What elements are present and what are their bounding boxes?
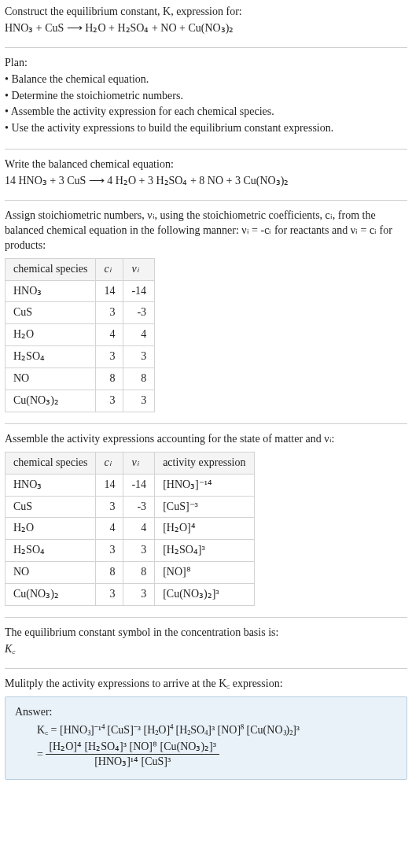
col-species: chemical species [6,258,96,280]
cell-vi: 3 [123,540,155,562]
cell-species: Cu(NO₃)₂ [6,584,96,606]
table-row: CuS 3 -3 [6,302,155,324]
table-row: H₂O 4 4 [6,324,155,346]
col-species: chemical species [6,452,96,474]
cell-ci: 3 [96,584,123,606]
balanced-heading: Write the balanced chemical equation: [5,157,407,172]
cell-vi: 4 [123,518,155,540]
table-row: HNO₃ 14 -14 [6,280,155,302]
cell-ci: 3 [96,496,123,518]
kc-expression-line1: K꜀ = [HNO₃]⁻¹⁴ [CuS]⁻³ [H₂O]⁴ [H₂SO₄]³ [… [37,723,397,738]
plan-heading: Plan: [5,56,407,71]
plan-bullet-4: • Use the activity expressions to build … [5,121,407,136]
question-text: Construct the equilibrium constant, K, e… [5,6,242,17]
col-vi: νᵢ [123,452,155,474]
col-vi: νᵢ [123,258,155,280]
table-header-row: chemical species cᵢ νᵢ [6,258,155,280]
cell-species: H₂SO₄ [6,540,96,562]
cell-species: NO [6,368,96,390]
table-row: HNO₃ 14 -14 [HNO₃]⁻¹⁴ [6,474,255,496]
page-root: Construct the equilibrium constant, K, e… [0,0,412,802]
col-ci: cᵢ [96,452,123,474]
kc-expression-line2: = [H₂O]⁴ [H₂SO₄]³ [NO]⁸ [Cu(NO₃)₂]³ [HNO… [37,740,397,770]
cell-species: H₂O [6,324,96,346]
cell-species: H₂SO₄ [6,346,96,368]
kc-intro: The equilibrium constant symbol in the c… [5,626,407,641]
cell-species: H₂O [6,518,96,540]
cell-ci: 8 [96,368,123,390]
table-row: CuS 3 -3 [CuS]⁻³ [6,496,255,518]
cell-activity: [H₂O]⁴ [155,518,254,540]
section-plan: Plan: • Balance the chemical equation. •… [5,48,407,150]
cell-ci: 14 [96,474,123,496]
table-row: Cu(NO₃)₂ 3 3 [Cu(NO₃)₂]³ [6,584,255,606]
cell-species: HNO₃ [6,280,96,302]
table-row: H₂O 4 4 [H₂O]⁴ [6,518,255,540]
activity-intro: Assemble the activity expressions accoun… [5,432,407,447]
kc-fraction: [H₂O]⁴ [H₂SO₄]³ [NO]⁸ [Cu(NO₃)₂]³ [HNO₃]… [46,740,219,770]
section-kc-symbol: The equilibrium constant symbol in the c… [5,618,407,669]
section-question: Construct the equilibrium constant, K, e… [5,5,407,48]
cell-ci: 4 [96,324,123,346]
stoich-intro: Assign stoichiometric numbers, νᵢ, using… [5,209,407,253]
answer-body: K꜀ = [HNO₃]⁻¹⁴ [CuS]⁻³ [H₂O]⁴ [H₂SO₄]³ [… [15,723,397,770]
balanced-equation: 14 HNO₃ + 3 CuS ⟶ 4 H₂O + 3 H₂SO₄ + 8 NO… [5,174,407,189]
kc-numerator: [H₂O]⁴ [H₂SO₄]³ [NO]⁸ [Cu(NO₃)₂]³ [46,740,219,755]
table-row: NO 8 8 [NO]⁸ [6,562,255,584]
col-activity: activity expression [155,452,254,474]
stoich-table: chemical species cᵢ νᵢ HNO₃ 14 -14 CuS 3… [5,258,155,412]
cell-vi: 4 [123,324,155,346]
cell-vi: -3 [123,496,155,518]
section-balanced: Write the balanced chemical equation: 14… [5,150,407,201]
section-stoich: Assign stoichiometric numbers, νᵢ, using… [5,201,407,424]
final-intro: Mulitply the activity expressions to arr… [5,677,407,692]
col-ci: cᵢ [96,258,123,280]
table-row: H₂SO₄ 3 3 [6,346,155,368]
cell-vi: 3 [123,390,155,412]
cell-activity: [H₂SO₄]³ [155,540,254,562]
cell-ci: 4 [96,518,123,540]
cell-activity: [Cu(NO₃)₂]³ [155,584,254,606]
cell-vi: -14 [123,474,155,496]
activity-table: chemical species cᵢ νᵢ activity expressi… [5,452,255,606]
plan-bullet-2: • Determine the stoichiometric numbers. [5,89,407,104]
answer-box: Answer: K꜀ = [HNO₃]⁻¹⁴ [CuS]⁻³ [H₂O]⁴ [H… [5,696,407,781]
cell-vi: -3 [123,302,155,324]
plan-bullet-1: • Balance the chemical equation. [5,72,407,87]
cell-activity: [NO]⁸ [155,562,254,584]
cell-species: HNO₃ [6,474,96,496]
question-line: Construct the equilibrium constant, K, e… [5,5,407,20]
cell-species: Cu(NO₃)₂ [6,390,96,412]
cell-ci: 14 [96,280,123,302]
table-header-row: chemical species cᵢ νᵢ activity expressi… [6,452,255,474]
table-row: NO 8 8 [6,368,155,390]
cell-vi: 3 [123,584,155,606]
section-activity: Assemble the activity expressions accoun… [5,424,407,618]
cell-ci: 3 [96,390,123,412]
cell-vi: 3 [123,346,155,368]
cell-ci: 3 [96,346,123,368]
answer-label: Answer: [15,705,397,720]
cell-ci: 8 [96,562,123,584]
cell-species: NO [6,562,96,584]
table-row: H₂SO₄ 3 3 [H₂SO₄]³ [6,540,255,562]
cell-vi: -14 [123,280,155,302]
kc-denominator: [HNO₃]¹⁴ [CuS]³ [46,754,219,770]
cell-activity: [HNO₃]⁻¹⁴ [155,474,254,496]
cell-ci: 3 [96,540,123,562]
equals-prefix: = [37,748,46,759]
cell-vi: 8 [123,562,155,584]
cell-species: CuS [6,302,96,324]
cell-species: CuS [6,496,96,518]
kc-symbol: K꜀ [5,642,407,657]
table-row: Cu(NO₃)₂ 3 3 [6,390,155,412]
section-final: Mulitply the activity expressions to arr… [5,669,407,791]
cell-ci: 3 [96,302,123,324]
cell-activity: [CuS]⁻³ [155,496,254,518]
unbalanced-equation: HNO₃ + CuS ⟶ H₂O + H₂SO₄ + NO + Cu(NO₃)₂ [5,21,407,36]
plan-bullet-3: • Assemble the activity expression for e… [5,105,407,120]
cell-vi: 8 [123,368,155,390]
